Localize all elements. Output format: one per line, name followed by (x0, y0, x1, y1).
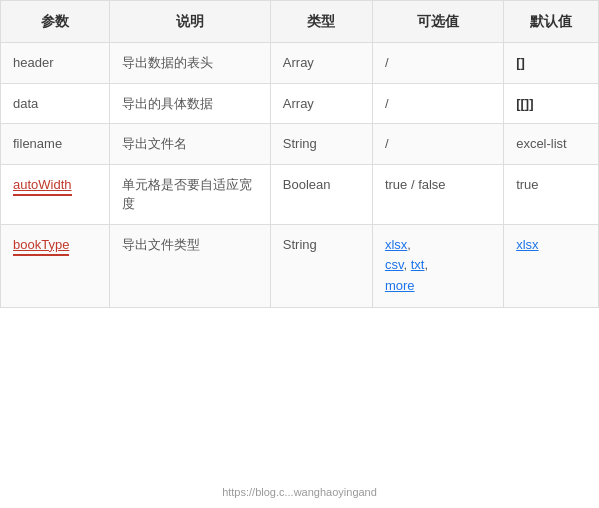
booktype-link[interactable]: bookType (13, 235, 69, 257)
desc-cell: 导出的具体数据 (110, 83, 270, 124)
table-row: data 导出的具体数据 Array / [[]] (1, 83, 599, 124)
default-cell: xlsx (504, 224, 599, 307)
autowidth-link[interactable]: autoWidth (13, 175, 72, 197)
options-cell: / (372, 124, 503, 165)
col-header-default: 默认值 (504, 1, 599, 43)
param-cell: header (1, 43, 110, 84)
type-cell: String (270, 224, 372, 307)
default-xlsx-link[interactable]: xlsx (516, 237, 538, 252)
param-cell: data (1, 83, 110, 124)
table-row: filename 导出文件名 String / excel-list (1, 124, 599, 165)
options-cell: / (372, 83, 503, 124)
desc-cell: 导出数据的表头 (110, 43, 270, 84)
type-cell: String (270, 124, 372, 165)
table-header-row: 参数 说明 类型 可选值 默认值 (1, 1, 599, 43)
param-cell: autoWidth (1, 164, 110, 224)
watermark-text: https://blog.c...wanghaoyingand (222, 486, 377, 498)
options-list: xlsx, csv, txt, more (385, 235, 491, 297)
desc-cell: 导出文件名 (110, 124, 270, 165)
option-xlsx: xlsx, (385, 237, 411, 252)
more-link[interactable]: more (385, 278, 415, 293)
option-csv: csv, txt, (385, 257, 428, 272)
csv-link[interactable]: csv (385, 257, 404, 272)
table-row: bookType 导出文件类型 String xlsx, csv, txt, m… (1, 224, 599, 307)
table-row: header 导出数据的表头 Array / [] (1, 43, 599, 84)
type-cell: Array (270, 83, 372, 124)
default-value: [] (516, 55, 525, 70)
options-cell: true / false (372, 164, 503, 224)
default-cell: excel-list (504, 124, 599, 165)
params-table-wrapper: 参数 说明 类型 可选值 默认值 header 导出数据的表头 Array / … (0, 0, 599, 308)
desc-cell: 单元格是否要自适应宽度 (110, 164, 270, 224)
options-cell: xlsx, csv, txt, more (372, 224, 503, 307)
params-table: 参数 说明 类型 可选值 默认值 header 导出数据的表头 Array / … (0, 0, 599, 308)
xlsx-link[interactable]: xlsx (385, 237, 407, 252)
param-cell: bookType (1, 224, 110, 307)
type-cell: Boolean (270, 164, 372, 224)
param-cell: filename (1, 124, 110, 165)
col-header-desc: 说明 (110, 1, 270, 43)
col-header-type: 类型 (270, 1, 372, 43)
txt-link[interactable]: txt (411, 257, 425, 272)
desc-cell: 导出文件类型 (110, 224, 270, 307)
default-value: [[]] (516, 96, 533, 111)
default-cell: [] (504, 43, 599, 84)
col-header-options: 可选值 (372, 1, 503, 43)
default-cell: true (504, 164, 599, 224)
options-cell: / (372, 43, 503, 84)
table-row: autoWidth 单元格是否要自适应宽度 Boolean true / fal… (1, 164, 599, 224)
type-cell: Array (270, 43, 372, 84)
col-header-param: 参数 (1, 1, 110, 43)
default-cell: [[]] (504, 83, 599, 124)
